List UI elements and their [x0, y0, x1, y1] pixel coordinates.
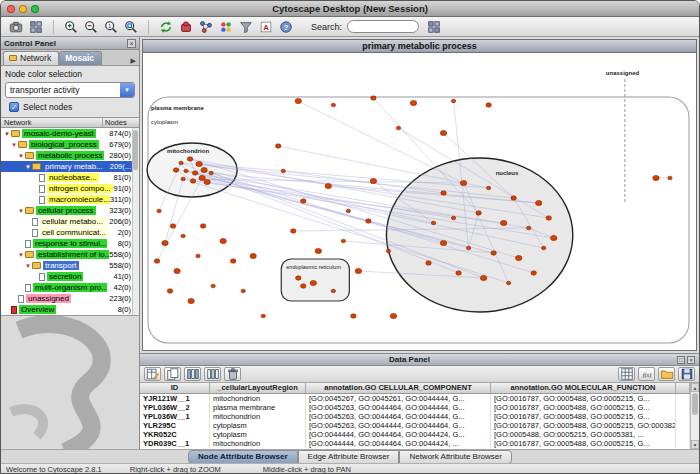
tree-item-multi-organism-pro[interactable]: multi-organism pro...42(0) [1, 282, 139, 293]
network-node[interactable] [536, 200, 542, 205]
tree-scroll-thumb[interactable] [133, 130, 138, 170]
network-node[interactable] [162, 240, 168, 245]
snapshot-icon[interactable] [7, 18, 25, 35]
network-node[interactable] [250, 253, 256, 258]
network-overview-thumbnail[interactable] [1, 315, 139, 449]
network-node[interactable] [230, 259, 235, 263]
network-node[interactable] [301, 284, 306, 288]
network-node[interactable] [668, 176, 672, 180]
table-row[interactable]: YPL036W__2plasma membrane[GO:0045263, GO… [140, 403, 690, 412]
network-node[interactable] [167, 289, 172, 293]
tab-scroll-right-icon[interactable]: ▶ [128, 57, 139, 65]
network-node[interactable] [281, 169, 285, 173]
network-node[interactable] [276, 144, 281, 148]
tree-item-establishment-of-lo[interactable]: ▼establishment of lo...558(0) [1, 249, 139, 260]
network-node[interactable] [211, 284, 215, 288]
network-node[interactable] [295, 98, 301, 103]
network-node[interactable] [157, 209, 161, 213]
control-panel-close-icon[interactable]: × [127, 39, 136, 48]
network-node[interactable] [551, 235, 557, 240]
delete-attribute-icon[interactable] [224, 367, 241, 381]
select-nodes-checkbox[interactable]: ✓ [9, 102, 19, 112]
annotation-icon[interactable]: A [257, 18, 275, 35]
table-row[interactable]: YJR121W__1mitochondrion[GO:0045267, GO:0… [140, 394, 690, 403]
zoom-window-button[interactable] [31, 5, 39, 13]
network-node[interactable] [170, 224, 175, 228]
network-node[interactable] [184, 169, 188, 173]
attribute-matrix-icon[interactable] [618, 367, 635, 381]
network-node[interactable] [331, 289, 335, 293]
network-node[interactable] [371, 96, 376, 100]
tree-item-cell-communicat[interactable]: cell communicat...2(0) [1, 227, 139, 238]
network-node[interactable] [331, 103, 335, 107]
network-node[interactable] [460, 180, 466, 185]
tree-item-metabolic-process[interactable]: ▼metabolic process280(0) [1, 150, 139, 161]
network-node[interactable] [173, 168, 178, 172]
zoom-fit-icon[interactable] [122, 18, 140, 35]
tree-item-transport[interactable]: ▼transport558(0) [1, 260, 139, 271]
tree-item-overview[interactable]: Overview8(0) [1, 304, 139, 315]
minimize-window-button[interactable] [19, 5, 27, 13]
tree-item-response-to-stimul[interactable]: response to stimul...8(0) [1, 238, 139, 249]
tree-scrollbar[interactable] [132, 128, 139, 315]
select-columns-icon[interactable] [184, 367, 201, 381]
network-node[interactable] [451, 99, 455, 103]
table-row[interactable]: YLR295Ccytoplasm[GO:0045263, GO:0044444,… [140, 421, 690, 430]
column-header-cellularlayoutregion[interactable]: _cellularLayoutRegion [210, 383, 306, 393]
data-panel-close-icon[interactable]: × [687, 356, 695, 364]
network-node[interactable] [440, 240, 446, 245]
network-node[interactable] [515, 255, 521, 260]
network-node[interactable] [410, 100, 416, 105]
plugin-manager-icon[interactable] [177, 18, 195, 35]
data-panel-float-icon[interactable]: □ [677, 356, 685, 364]
scroll-down-icon[interactable]: ▼ [691, 440, 699, 449]
network-node[interactable] [196, 161, 202, 166]
column-header-annotation-go-cellular-component[interactable]: annotation.GO CELLULAR_COMPONENT [306, 383, 491, 393]
network-node[interactable] [366, 219, 371, 223]
column-header-id[interactable]: ID [140, 383, 210, 393]
network-node[interactable] [546, 216, 551, 220]
network-node[interactable] [346, 209, 350, 213]
tree-item-cellular-process[interactable]: ▼cellular process323(0) [1, 205, 139, 216]
tree-item-unassigned[interactable]: unassigned223(0) [1, 293, 139, 304]
expander-icon[interactable]: ▼ [24, 263, 32, 269]
expander-icon[interactable]: ▼ [17, 153, 25, 159]
expander-icon[interactable]: ▼ [10, 142, 18, 148]
table-row[interactable]: YDR039C__1mitochondrion[GO:0044444, GO:0… [140, 439, 690, 448]
network-node[interactable] [187, 157, 192, 161]
network-node[interactable] [386, 249, 390, 253]
tree-item-primary-metab[interactable]: ▼primary metab...209(... [1, 161, 139, 172]
expander-icon[interactable]: ▼ [3, 131, 11, 137]
zoom-out-icon[interactable] [82, 18, 100, 35]
network-node[interactable] [480, 275, 486, 280]
network-node[interactable] [451, 216, 455, 220]
network-node[interactable] [179, 161, 183, 165]
network-node[interactable] [241, 289, 245, 293]
tab-node-attribute-browser[interactable]: Node Attribute Browser [188, 450, 298, 464]
column-layout-icon[interactable] [204, 367, 221, 381]
network-node[interactable] [441, 191, 446, 195]
expander-icon[interactable]: ▼ [17, 252, 25, 258]
tab-network-attribute-browser[interactable]: Network Attribute Browser [399, 450, 511, 464]
network-canvas[interactable]: plasma membrane cytoplasm mitochondrion … [143, 53, 696, 350]
import-table-icon[interactable] [658, 367, 675, 381]
network-node[interactable] [201, 167, 207, 172]
tree-item-secretion[interactable]: secretion41(0) [1, 271, 139, 282]
window-titlebar[interactable]: Cytoscape Desktop (New Session) [1, 1, 699, 17]
zoom-selected-icon[interactable]: 1 [102, 18, 120, 35]
expander-icon[interactable]: ▼ [24, 164, 32, 170]
tree-item-biological-process[interactable]: ▼biological_process679(0) [1, 139, 139, 150]
network-edge[interactable] [298, 101, 463, 183]
tree-item-mosaic-demo-yeast[interactable]: ▼mosaic-demo-yeast874(0) [1, 128, 139, 139]
tree-item-cellular-metabo[interactable]: cellular metabo...206(0) [1, 216, 139, 227]
network-node[interactable] [476, 211, 481, 215]
network-node[interactable] [491, 251, 496, 255]
network-node[interactable] [542, 246, 546, 250]
network-node[interactable] [351, 314, 356, 318]
network-node[interactable] [653, 175, 659, 180]
tree-item-nucleobase[interactable]: nucleobase...81(0) [1, 172, 139, 183]
network-node[interactable] [188, 298, 194, 303]
network-node[interactable] [506, 281, 510, 285]
network-node[interactable] [341, 239, 345, 243]
network-node[interactable] [200, 224, 205, 228]
